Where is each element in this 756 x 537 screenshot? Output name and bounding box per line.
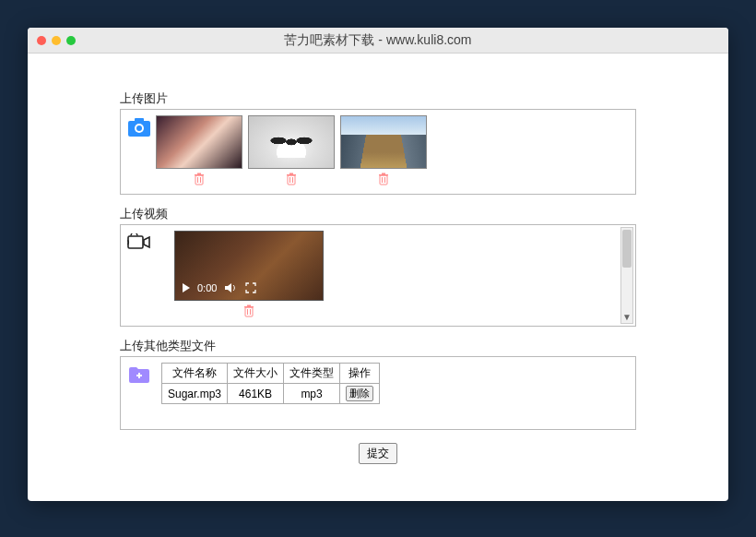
image-thumbnail[interactable] [340, 115, 427, 169]
window-title: 苦力吧素材下载 - www.kuli8.com [28, 32, 728, 49]
submit-row: 提交 [120, 443, 636, 464]
cell-filesize: 461KB [228, 384, 284, 404]
submit-button[interactable]: 提交 [359, 443, 397, 464]
image-item [248, 115, 335, 188]
files-table: 文件名称 文件大小 文件类型 操作 Sugar.mp3 461KB mp3 删除 [161, 363, 380, 404]
col-filesize: 文件大小 [228, 364, 284, 384]
scroll-thumb[interactable] [622, 230, 632, 268]
svg-rect-16 [382, 173, 385, 175]
upload-files-label: 上传其他类型文件 [120, 338, 636, 354]
col-filename: 文件名称 [162, 364, 228, 384]
cell-filename: Sugar.mp3 [162, 384, 228, 404]
image-item [156, 115, 242, 188]
trash-icon[interactable] [242, 304, 255, 320]
svg-rect-19 [128, 236, 143, 248]
video-player[interactable]: 0:00 [174, 231, 324, 301]
camera-icon[interactable] [126, 115, 152, 139]
upload-videos-label: 上传视频 [120, 206, 636, 222]
svg-rect-20 [245, 307, 253, 316]
video-camera-icon[interactable] [126, 231, 152, 255]
table-row: Sugar.mp3 461KB mp3 删除 [162, 384, 380, 404]
trash-icon[interactable] [285, 173, 298, 188]
trash-icon[interactable] [193, 173, 206, 188]
folder-plus-icon[interactable] [126, 363, 152, 387]
image-thumbnail[interactable] [156, 115, 242, 169]
trash-icon[interactable] [377, 173, 390, 188]
col-action: 操作 [340, 364, 380, 384]
scrollbar[interactable]: ▲ ▼ [620, 227, 633, 324]
video-controls: 0:00 [175, 276, 323, 300]
upload-videos-box: 0:00 ▲ ▼ [120, 224, 636, 327]
play-icon[interactable] [183, 283, 190, 292]
delete-button[interactable]: 删除 [346, 386, 373, 401]
video-item: 0:00 [174, 231, 324, 320]
upload-images-label: 上传图片 [120, 90, 636, 107]
titlebar: 苦力吧素材下载 - www.kuli8.com [28, 28, 728, 54]
volume-icon[interactable] [224, 281, 237, 294]
cell-action: 删除 [340, 384, 380, 404]
col-filetype: 文件类型 [284, 364, 340, 384]
image-thumbnail[interactable] [248, 115, 335, 169]
image-item [340, 115, 427, 188]
fullscreen-icon[interactable] [244, 281, 257, 294]
table-header-row: 文件名称 文件大小 文件类型 操作 [162, 364, 380, 384]
app-window: 苦力吧素材下载 - www.kuli8.com 上传图片 [28, 28, 728, 501]
svg-rect-22 [247, 305, 251, 307]
svg-rect-1 [135, 118, 144, 123]
svg-rect-9 [288, 175, 295, 185]
video-time: 0:00 [197, 282, 217, 293]
scroll-down-icon[interactable]: ▼ [621, 310, 632, 323]
cell-filetype: mp3 [284, 384, 340, 404]
upload-files-box: 文件名称 文件大小 文件类型 操作 Sugar.mp3 461KB mp3 删除 [120, 356, 636, 430]
svg-rect-14 [380, 175, 387, 185]
content-area: 上传图片 [28, 54, 728, 501]
image-thumbnails [156, 115, 427, 188]
svg-rect-11 [289, 173, 293, 175]
svg-point-3 [136, 125, 142, 131]
svg-rect-4 [195, 175, 203, 185]
upload-images-box [120, 109, 636, 195]
svg-rect-6 [197, 173, 201, 175]
